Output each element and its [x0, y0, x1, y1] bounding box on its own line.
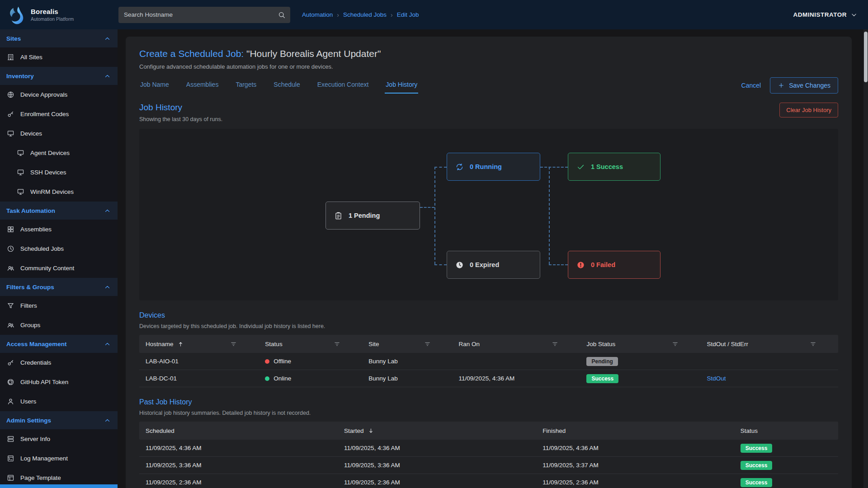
chevron-up-icon[interactable]: [104, 35, 111, 42]
sidebar-item-credentials[interactable]: Credentials: [0, 353, 118, 372]
col-status[interactable]: Status: [734, 427, 838, 434]
page-title: Create a Scheduled Job: "Hourly Borealis…: [139, 48, 838, 59]
user-menu[interactable]: ADMINISTRATOR: [793, 11, 859, 19]
vertical-scrollbar[interactable]: [863, 29, 868, 488]
device-row[interactable]: LAB-DC-01 Online Bunny Lab 11/09/2025, 4…: [139, 370, 838, 387]
tab-execution-context[interactable]: Execution Context: [316, 77, 370, 94]
tab-targets[interactable]: Targets: [235, 77, 257, 94]
col-started[interactable]: Started: [338, 427, 536, 434]
chevron-up-icon[interactable]: [104, 207, 111, 215]
col-job-status[interactable]: Job Status: [580, 341, 700, 347]
col-finished[interactable]: Finished: [536, 427, 734, 434]
sidebar-item-server-info[interactable]: Server Info: [0, 429, 118, 449]
breadcrumb-scheduled-jobs[interactable]: Scheduled Jobs: [343, 11, 387, 18]
sidebar-item-filters[interactable]: Filters: [0, 296, 118, 315]
chevron-up-icon[interactable]: [104, 72, 111, 80]
search-input[interactable]: [118, 7, 290, 23]
sidebar-item-github-api-token[interactable]: GitHub API Token: [0, 372, 118, 392]
tab-assemblies[interactable]: Assemblies: [185, 77, 220, 94]
sidebar-item-groups[interactable]: Groups: [0, 315, 118, 335]
sidebar-item-agent-devices[interactable]: Agent Devices: [0, 143, 118, 163]
col-scheduled[interactable]: Scheduled: [139, 427, 338, 434]
flow-connector: [420, 207, 434, 208]
col-label: Scheduled: [146, 427, 175, 434]
job-history-subheading: Showing the last 30 days of runs.: [139, 116, 222, 122]
history-row[interactable]: 11/09/2025, 4:36 AM 11/09/2025, 4:36 AM …: [139, 440, 838, 457]
monitor-icon: [17, 149, 24, 157]
site-cell: Bunny Lab: [362, 358, 452, 365]
breadcrumb-edit-job[interactable]: Edit Job: [397, 11, 419, 18]
col-ran-on[interactable]: Ran On: [453, 341, 580, 347]
clock-icon: [7, 245, 14, 253]
filter-icon[interactable]: [230, 341, 237, 347]
filter-icon[interactable]: [672, 341, 679, 347]
stdout-link[interactable]: StdOut: [707, 375, 726, 382]
history-row[interactable]: 11/09/2025, 3:36 AM 11/09/2025, 3:36 AM …: [139, 457, 838, 474]
sidebar-item-community-content[interactable]: Community Content: [0, 258, 118, 278]
device-row[interactable]: LAB-AIO-01 Offline Bunny Lab Pending: [139, 353, 838, 370]
section-label: Admin Settings: [6, 417, 51, 424]
hostname-cell: LAB-AIO-01: [139, 358, 259, 365]
tab-job-history[interactable]: Job History: [385, 77, 418, 94]
search-box[interactable]: [118, 7, 290, 23]
chevron-up-icon[interactable]: [104, 417, 111, 424]
sidebar-section-filters-groups[interactable]: Filters & Groups: [0, 278, 118, 296]
chevron-up-icon[interactable]: [104, 340, 111, 348]
clear-job-history-button[interactable]: Clear Job History: [779, 103, 838, 117]
breadcrumb-automation[interactable]: Automation: [302, 11, 333, 18]
sort-desc-icon[interactable]: [368, 427, 374, 434]
flow-connector: [549, 264, 568, 265]
sidebar-item-devices[interactable]: Devices: [0, 124, 118, 143]
breadcrumb-separator: ›: [391, 11, 393, 19]
sidebar-item-scheduled-jobs[interactable]: Scheduled Jobs: [0, 239, 118, 258]
sort-asc-icon[interactable]: [177, 341, 184, 347]
col-label: Job Status: [586, 341, 615, 347]
sidebar-section-access-management[interactable]: Access Management: [0, 335, 118, 353]
tab-schedule[interactable]: Schedule: [273, 77, 301, 94]
filter-icon[interactable]: [424, 341, 431, 347]
sidebar-section-sites[interactable]: Sites: [0, 29, 118, 47]
chevron-up-icon[interactable]: [104, 283, 111, 291]
item-label: Server Info: [20, 436, 50, 442]
ran-on-cell: 11/09/2025, 4:36 AM: [453, 375, 580, 382]
section-label: Filters & Groups: [6, 284, 54, 291]
brand[interactable]: Borealis Automation Platform: [0, 0, 118, 29]
section-label: Inventory: [6, 73, 34, 80]
history-row[interactable]: 11/09/2025, 2:36 AM 11/09/2025, 2:36 AM …: [139, 474, 838, 488]
col-site[interactable]: Site: [362, 341, 452, 347]
col-status[interactable]: Status: [259, 341, 362, 347]
sidebar-item-enrollment-codes[interactable]: Enrollment Codes: [0, 104, 118, 124]
sidebar-section-task-automation[interactable]: Task Automation: [0, 202, 118, 220]
filter-icon[interactable]: [552, 341, 558, 347]
finished-cell: 11/09/2025, 4:36 AM: [536, 445, 734, 451]
save-changes-button[interactable]: Save Changes: [770, 77, 838, 94]
site-cell: Bunny Lab: [362, 375, 452, 382]
sidebar-section-admin-settings[interactable]: Admin Settings: [0, 411, 118, 429]
sidebar-scroll-indicator[interactable]: [0, 484, 118, 488]
flow-running-box[interactable]: 0 Running: [447, 153, 540, 181]
devices-table-header: Hostname Status Site Ran On Job S: [139, 335, 838, 353]
flow-pending-box[interactable]: 1 Pending: [326, 202, 420, 230]
sidebar-item-ssh-devices[interactable]: SSH Devices: [0, 163, 118, 182]
job-status-cell: Pending: [580, 357, 700, 366]
sidebar-item-users[interactable]: Users: [0, 392, 118, 411]
scrollbar-thumb[interactable]: [864, 32, 868, 82]
sidebar-item-device-approvals[interactable]: Device Approvals: [0, 85, 118, 104]
cancel-button[interactable]: Cancel: [741, 82, 761, 89]
flow-failed-box[interactable]: 0 Failed: [568, 251, 660, 279]
filter-icon[interactable]: [334, 341, 340, 347]
content-panel: Create a Scheduled Job: "Hourly Borealis…: [126, 37, 852, 488]
col-hostname[interactable]: Hostname: [139, 341, 259, 347]
filter-icon[interactable]: [810, 341, 816, 347]
sidebar-section-inventory[interactable]: Inventory: [0, 67, 118, 85]
tab-job-name[interactable]: Job Name: [139, 77, 170, 94]
flow-success-box[interactable]: 1 Success: [568, 153, 660, 181]
sidebar-item-winrm-devices[interactable]: WinRM Devices: [0, 182, 118, 202]
col-stdout-stderr[interactable]: StdOut / StdErr: [700, 341, 838, 347]
sidebar-item-all-sites[interactable]: All Sites: [0, 47, 118, 67]
page-title-prefix: Create a Scheduled Job:: [139, 48, 244, 59]
sidebar-item-log-management[interactable]: Log Management: [0, 449, 118, 468]
search-icon[interactable]: [278, 11, 286, 19]
flow-expired-box[interactable]: 0 Expired: [447, 251, 540, 279]
sidebar-item-assemblies[interactable]: Assemblies: [0, 220, 118, 239]
